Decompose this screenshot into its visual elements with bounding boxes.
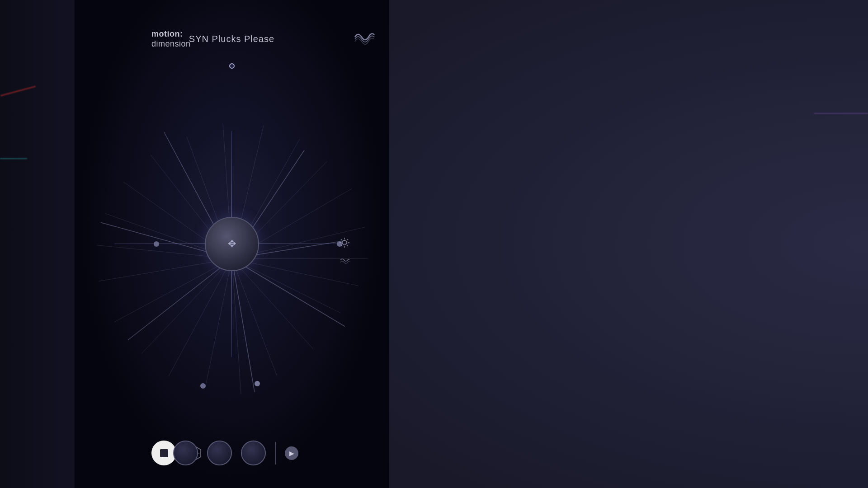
app-title-line2: dimension: [151, 39, 191, 49]
stop-icon: [160, 449, 168, 457]
svg-line-34: [341, 239, 342, 240]
bottom-knob-1[interactable]: [173, 441, 198, 465]
wave-logo-svg: [353, 28, 375, 46]
svg-line-35: [347, 245, 348, 246]
bottom-knob-2[interactable]: [207, 441, 232, 465]
left-sidebar: [0, 0, 75, 488]
color-streak-red: [0, 86, 36, 97]
dot-bottom-left[interactable]: [200, 383, 206, 389]
preset-name: SYN Plucks Please: [189, 34, 274, 44]
divider: [275, 442, 276, 465]
settings-gear-svg: [339, 237, 350, 249]
logo-icon: [353, 28, 375, 48]
svg-point-29: [342, 240, 347, 245]
color-streak-cyan: [0, 158, 27, 159]
app-title-line1: motion:: [151, 29, 191, 39]
right-background: [389, 0, 868, 488]
wave-icon[interactable]: [340, 257, 350, 268]
brightness-icon[interactable]: [339, 237, 350, 251]
app-branding: motion: dimension: [151, 29, 191, 49]
dot-bottom-right[interactable]: [255, 381, 260, 386]
right-color-streak: [814, 113, 868, 114]
wave-lines-svg: [340, 257, 350, 266]
orb-knob[interactable]: ✥: [205, 217, 259, 271]
dot-left[interactable]: [154, 241, 159, 247]
stop-button[interactable]: [151, 441, 176, 465]
dot-top[interactable]: [229, 63, 235, 69]
central-orb[interactable]: ✥: [205, 217, 259, 271]
svg-line-36: [347, 239, 348, 240]
main-instrument-area: motion: dimension SYN Plucks Please: [75, 0, 389, 488]
svg-line-37: [341, 245, 342, 246]
next-arrow-button[interactable]: ▶: [285, 446, 298, 460]
cursor-icon: ✥: [228, 238, 236, 250]
bottom-knob-3[interactable]: [241, 441, 266, 465]
bottom-knobs-group: ▶: [173, 441, 298, 465]
